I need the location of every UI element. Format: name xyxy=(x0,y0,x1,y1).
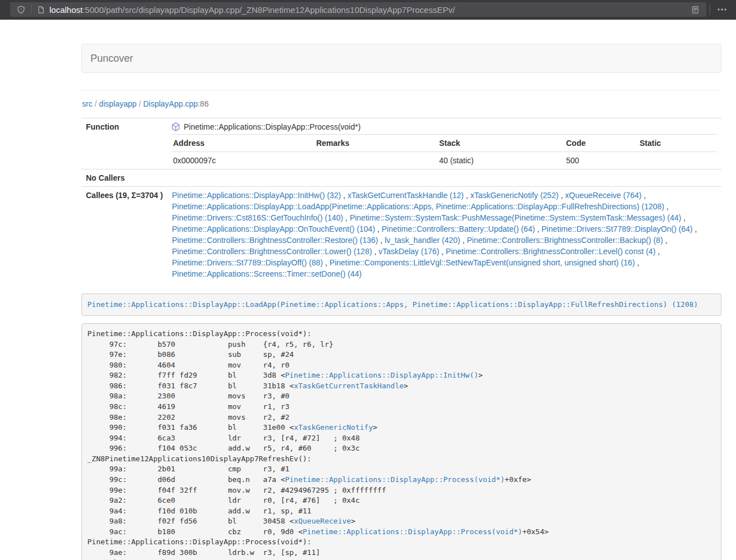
breadcrumb-link[interactable]: DisplayApp.cpp xyxy=(143,99,198,108)
assembly-line: 98a: 2300 movs r3, #0 xyxy=(88,391,716,402)
url-bar[interactable]: localhost:5000/path/src/displayapp/Displ… xyxy=(10,2,706,17)
assembly-line: 9a2: 6ce0 ldr r0, [r4, #76] ; 0x4c xyxy=(88,495,716,506)
function-name: Pinetime::Applications::DisplayApp::Proc… xyxy=(184,122,360,131)
code-value: 500 xyxy=(565,152,638,169)
callee-link[interactable]: xTaskGenericNotify (252) xyxy=(470,191,559,200)
assembly-line: 9ae: f89d 300b ldrb.w r3, [sp, #11] xyxy=(88,548,716,558)
function-name-line: Pinetime::Applications::DisplayApp::Proc… xyxy=(172,121,717,132)
shield-icon[interactable] xyxy=(15,6,28,14)
no-callers-row: No Callers xyxy=(81,169,721,187)
callees-list: Pinetime::Applications::DisplayApp::Init… xyxy=(167,187,721,283)
callee-link[interactable]: Pinetime::Components::LittleVgl::SetNewT… xyxy=(330,258,635,267)
assembly-symbol-link[interactable]: xTaskGetCurrentTaskHandle xyxy=(294,382,404,390)
assembly-line: 98c: 4619 mov r1, r3 xyxy=(88,402,716,412)
assembly-line: 97c: b570 push {r4, r5, r6, lr} xyxy=(88,339,716,350)
assembly-symbol-link[interactable]: Pinetime::Applications::DisplayApp::Proc… xyxy=(285,475,505,484)
assembly-line: 99a: 2b01 cmp r3, #1 xyxy=(88,464,716,475)
callees-row: Callees (19, Σ=3704 ) Pinetime::Applicat… xyxy=(81,187,721,283)
function-details-cell: Pinetime::Applications::DisplayApp::Proc… xyxy=(167,118,721,169)
stats-data-row: 0x0000097c 40 (static) 500 xyxy=(172,152,717,169)
assembly-line: 9ac: b180 cbz r0, 9d0 <Pinetime::Applica… xyxy=(88,527,716,538)
breadcrumb: src / displayapp / DisplayApp.cpp:86 xyxy=(82,98,721,109)
assembly-line: 98e: 2202 movs r2, #2 xyxy=(88,412,716,423)
function-table: Function Pinetime::Applications::Display… xyxy=(81,118,721,282)
stats-header-row: Address Remarks Stack Code Static xyxy=(172,135,717,152)
toolbar-separator xyxy=(710,5,710,15)
static-value xyxy=(638,152,717,169)
divider xyxy=(81,90,721,90)
callee-link[interactable]: Pinetime::Drivers::St7789::DisplayOff() … xyxy=(172,258,323,267)
assembly-symbol-link[interactable]: Pinetime::Applications::DisplayApp::Init… xyxy=(285,371,478,379)
callee-link[interactable]: Pinetime::Controllers::BrightnessControl… xyxy=(172,247,372,256)
callee-link[interactable]: Pinetime::Applications::DisplayApp::OnTo… xyxy=(172,224,375,233)
callee-link[interactable]: Pinetime::Applications::DisplayApp::Load… xyxy=(172,202,664,211)
callee-link[interactable]: lv_task_handler (420) xyxy=(385,236,460,245)
callee-link[interactable]: Pinetime::Controllers::Battery::Update()… xyxy=(382,224,535,233)
callee-link[interactable]: vTaskDelay (176) xyxy=(378,247,439,256)
callee-link[interactable]: Pinetime::Controllers::BrightnessControl… xyxy=(446,247,655,256)
breadcrumb-link[interactable]: src xyxy=(82,99,93,108)
column-header-remarks: Remarks xyxy=(315,135,438,152)
assembly-line: 9b2: 2b0a cmp r3, #10 xyxy=(88,558,716,560)
column-header-stack: Stack xyxy=(438,135,565,152)
assembly-line: 9a8: f02f fd56 bl 30458 <xQueueReceive> xyxy=(88,516,716,527)
highlighted-callee-box: Pinetime::Applications::DisplayApp::Load… xyxy=(81,293,721,316)
no-callers-label: No Callers xyxy=(81,169,167,187)
assembly-code: Pinetime::Applications::DisplayApp::Proc… xyxy=(81,323,721,560)
function-stats-table: Address Remarks Stack Code Static 0x0000… xyxy=(172,134,717,169)
reader-mode-icon[interactable] xyxy=(689,6,702,14)
callee-link[interactable]: Pinetime::Controllers::BrightnessControl… xyxy=(172,236,378,245)
assembly-line: 982: f7ff fd29 bl 3d8 <Pinetime::Applica… xyxy=(88,370,716,381)
assembly-line: _ZN8Pinetime12Applications10DisplayApp7R… xyxy=(88,454,716,465)
column-header-static: Static xyxy=(638,135,717,152)
stack-value: 40 (static) xyxy=(438,152,565,169)
assembly-line: 986: f031 f8c7 bl 31b18 <xTaskGetCurrent… xyxy=(88,381,716,392)
page-icon[interactable] xyxy=(35,6,47,14)
highlighted-callee-link[interactable]: Pinetime::Applications::DisplayApp::Load… xyxy=(88,300,698,309)
callee-link[interactable]: Pinetime::Drivers::Cst816S::GetTouchInfo… xyxy=(172,213,343,222)
assembly-line: 990: f031 fa36 bl 31e00 <xTaskGenericNot… xyxy=(88,423,716,433)
browser-toolbar: localhost:5000/path/src/displayapp/Displ… xyxy=(0,0,736,20)
callee-link[interactable]: xTaskGetCurrentTaskHandle (12) xyxy=(348,191,464,200)
page-content: Puncover src / displayapp / DisplayApp.c… xyxy=(81,44,721,560)
assembly-line: 996: f104 053c add.w r5, r4, #60 ; 0x3c xyxy=(88,443,716,454)
url-text[interactable]: localhost:5000/path/src/displayapp/Displ… xyxy=(49,5,689,15)
assembly-line: 994: 6ca3 ldr r3, [r4, #72] ; 0x48 xyxy=(88,433,716,444)
callees-label: Callees (19, Σ=3704 ) xyxy=(81,187,167,283)
assembly-symbol-link[interactable]: Pinetime::Applications::DisplayApp::Proc… xyxy=(303,527,522,536)
assembly-symbol-link[interactable]: xTaskGenericNotify xyxy=(294,423,373,432)
callee-link[interactable]: Pinetime::Applications::DisplayApp::Init… xyxy=(172,191,341,200)
assembly-line: 9a4: f10d 010b add.w r1, sp, #11 xyxy=(88,506,716,517)
breadcrumb-line-number: :86 xyxy=(198,99,208,108)
url-path: :5000/path/src/displayapp/DisplayApp.cpp… xyxy=(83,5,455,15)
urlbar-separator xyxy=(31,5,31,15)
column-header-address: Address xyxy=(172,135,315,152)
column-header-code: Code xyxy=(565,135,638,152)
callee-link[interactable]: xQueueReceive (764) xyxy=(565,191,642,200)
function-label: Function xyxy=(81,118,167,169)
function-row: Function Pinetime::Applications::Display… xyxy=(81,118,721,169)
callee-link[interactable]: Pinetime::System::SystemTask::PushMessag… xyxy=(350,213,682,222)
address-value: 0x0000097c xyxy=(172,152,315,169)
no-callers-cell xyxy=(167,169,721,187)
assembly-line: 97e: b086 sub sp, #24 xyxy=(88,350,716,360)
function-cube-icon xyxy=(172,122,180,131)
more-menu-icon[interactable] xyxy=(714,6,730,13)
callee-link[interactable]: Pinetime::Drivers::St7789::DisplayOn() (… xyxy=(542,224,693,233)
assembly-line: Pinetime::Applications::DisplayApp::Proc… xyxy=(88,329,716,339)
assembly-line: 99e: f04f 32ff mov.w r2, #4294967295 ; 0… xyxy=(88,485,716,496)
assembly-symbol-link[interactable]: xQueueReceive xyxy=(294,517,351,525)
assembly-line: Pinetime::Applications::DisplayApp::Proc… xyxy=(88,537,716,548)
callee-link[interactable]: Pinetime::Applications::Screens::Timer::… xyxy=(172,269,362,278)
remarks-value xyxy=(315,152,438,169)
callee-link[interactable]: Pinetime::Controllers::BrightnessControl… xyxy=(467,236,662,245)
breadcrumb-link[interactable]: displayapp xyxy=(99,99,136,108)
app-brand[interactable]: Puncover xyxy=(90,53,133,65)
assembly-line: 99c: d06d beq.n a7a <Pinetime::Applicati… xyxy=(88,475,716,485)
url-host: localhost xyxy=(49,5,83,15)
app-navbar: Puncover xyxy=(81,44,721,73)
assembly-line: 980: 4604 mov r4, r0 xyxy=(88,360,716,371)
